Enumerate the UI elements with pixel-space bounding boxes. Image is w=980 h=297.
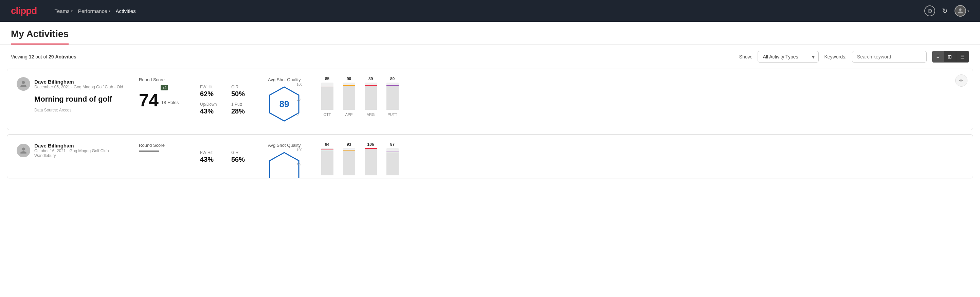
user-row: Dave Billingham October 16, 2021 - Gog M… [17, 143, 125, 158]
bar-arg-line [365, 148, 377, 149]
viewing-count-text: Viewing 12 out of 29 Activities [11, 54, 734, 59]
bar-app-label: APP [345, 112, 353, 117]
data-source: Data Source: Arccos [17, 108, 125, 112]
updown-value: 43% [200, 107, 223, 115]
chart-y-labels: 100 50 0 [297, 83, 302, 117]
edit-button[interactable]: ✏ [955, 74, 967, 87]
fw-hit-label: FW Hit [200, 150, 223, 155]
activity-type-select-wrapper[interactable]: All Activity Types [757, 51, 819, 62]
gir-label: GIR [231, 85, 255, 89]
updown-label: Up/Down [200, 102, 223, 107]
bar-putt-fill [387, 152, 399, 176]
card-left: Dave Billingham October 16, 2021 - Gog M… [17, 143, 125, 162]
logo[interactable]: clippd [11, 5, 37, 16]
score-number: 74 [139, 91, 159, 109]
activity-title: Morning round of golf [17, 95, 125, 104]
keywords-label: Keywords: [824, 54, 846, 59]
user-date: December 05, 2021 - Gog Magog Golf Club … [34, 85, 123, 89]
nav-activities[interactable]: Activities [115, 5, 137, 17]
chart-bars: 94 OTT 93 [321, 148, 431, 179]
user-info: Dave Billingham December 05, 2021 - Gog … [34, 79, 123, 89]
round-score-label: Round Score [139, 143, 186, 148]
bar-arg: 106 ARG [365, 142, 377, 179]
bar-ott-label: OTT [324, 112, 331, 117]
one-putt-label: 1 Putt [231, 102, 255, 107]
bar-putt-track [387, 148, 399, 176]
bar-ott-line [321, 150, 334, 150]
round-score-label: Round Score [139, 77, 186, 82]
bar-app-track [343, 83, 355, 110]
bar-ott-value: 94 [325, 142, 329, 147]
bar-app-fill [343, 150, 355, 175]
bar-putt: 87 PUTT [387, 142, 399, 179]
bar-arg-fill [365, 148, 377, 176]
performance-chevron-icon: ▾ [109, 9, 110, 13]
bar-arg-track [365, 83, 377, 110]
grid-view-button[interactable]: ⊞ [943, 51, 956, 62]
list-view-button[interactable]: ≡ [932, 51, 943, 62]
refresh-icon[interactable]: ↻ [942, 7, 948, 15]
gir-value: 50% [231, 90, 255, 98]
stats-section: FW Hit 43% GIR 56% [200, 143, 255, 163]
fw-hit-stat: FW Hit 43% [200, 150, 223, 163]
bar-ott-track [321, 148, 334, 176]
one-putt-stat: 1 Putt 28% [231, 102, 255, 115]
bar-app: 93 APP [343, 142, 355, 179]
bar-app-fill [343, 85, 355, 110]
gir-value: 56% [231, 156, 255, 163]
score-section: Round Score [139, 143, 186, 152]
teams-chevron-icon: ▾ [71, 9, 73, 13]
card-left: Dave Billingham December 05, 2021 - Gog … [17, 77, 125, 112]
fw-hit-label: FW Hit [200, 85, 223, 89]
bar-arg-label: ARG [367, 112, 375, 117]
bar-putt-track [387, 83, 399, 110]
search-input[interactable] [852, 51, 927, 62]
shot-quality-chart: 100 50 0 94 [309, 148, 431, 179]
svg-marker-1 [270, 153, 299, 179]
bar-putt-label: PUTT [387, 178, 397, 179]
bar-app-label: APP [345, 178, 353, 179]
user-name: Dave Billingham [34, 143, 125, 148]
grid-view-icon: ⊞ [948, 54, 952, 59]
bar-app-line [343, 150, 355, 150]
user-name: Dave Billingham [34, 79, 123, 85]
header-right: ⊕ ↻ ▾ [924, 5, 969, 17]
bar-putt-value: 89 [390, 77, 395, 81]
filter-bar: Viewing 12 out of 29 Activities Show: Al… [0, 45, 980, 69]
gir-stat: GIR 56% [231, 150, 255, 163]
gir-label: GIR [231, 150, 255, 155]
bar-app: 90 APP [343, 77, 355, 117]
stats-section: FW Hit 62% GIR 50% Up/Down 43% 1 Putt 28… [200, 77, 255, 115]
shot-quality-chart: 100 50 0 85 [309, 83, 431, 117]
hex-container: 89 [269, 86, 299, 121]
bar-ott-track [321, 83, 334, 110]
header: clippd Teams ▾ Performance ▾ Activities … [0, 0, 980, 22]
updown-stat: Up/Down 43% [200, 102, 223, 115]
bar-app-line [343, 85, 355, 86]
chart-bars: 85 OTT 90 [321, 83, 431, 117]
add-icon[interactable]: ⊕ [924, 5, 935, 16]
nav-performance[interactable]: Performance ▾ [77, 5, 112, 17]
activity-type-select[interactable]: All Activity Types [757, 51, 819, 62]
stats-grid: FW Hit 62% GIR 50% Up/Down 43% 1 Putt 28… [200, 85, 255, 115]
avg-shot-quality-label: Avg Shot Quality [268, 77, 301, 82]
bar-arg-track [365, 148, 377, 176]
fw-hit-value: 62% [200, 90, 223, 98]
bar-ott-value: 85 [325, 77, 329, 81]
bar-putt-line [387, 85, 399, 86]
stats-grid: FW Hit 43% GIR 56% [200, 150, 255, 163]
user-row: Dave Billingham December 05, 2021 - Gog … [17, 77, 125, 91]
score-section: Round Score 74 +4 18 Holes [139, 77, 186, 109]
compact-view-button[interactable]: ☰ [956, 51, 969, 62]
bar-app-value: 93 [347, 142, 351, 147]
score-main: 74 +4 18 Holes [139, 85, 186, 109]
quality-hex-area: Avg Shot Quality 89 [268, 77, 301, 121]
quality-section: Avg Shot Quality 100 50 0 [268, 143, 431, 179]
quality-section: Avg Shot Quality 89 100 50 0 [268, 77, 431, 121]
nav-teams[interactable]: Teams ▾ [53, 5, 74, 17]
bar-ott-label: OTT [324, 178, 331, 179]
view-toggle: ≡ ⊞ ☰ [932, 51, 969, 62]
bar-putt: 89 PUTT [387, 77, 399, 117]
avatar-button[interactable]: ▾ [955, 5, 969, 17]
page-title-area: My Activities [0, 22, 980, 45]
